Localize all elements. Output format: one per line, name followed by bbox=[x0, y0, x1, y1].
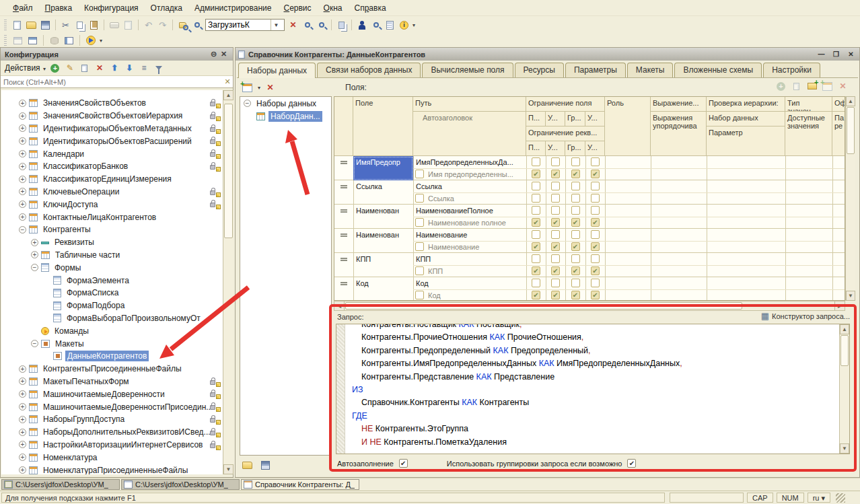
tree-item[interactable]: +ЗначенияСвойствОбъектов bbox=[1, 97, 223, 110]
field-name-cell[interactable]: ИмяПредопр bbox=[353, 156, 413, 180]
auto-title-cell[interactable]: Наименование полное bbox=[428, 219, 524, 227]
scroll-right-icon[interactable]: ▶ bbox=[834, 301, 845, 310]
attr-restriction-checkbox[interactable] bbox=[532, 266, 540, 275]
field-path-cell[interactable]: НаименованиеПолное bbox=[416, 207, 524, 215]
header-attr-restriction[interactable]: Ограничение рекв... bbox=[526, 127, 605, 141]
field-row[interactable]: КППКППКПП bbox=[334, 253, 845, 277]
save-to-file-icon[interactable] bbox=[259, 460, 272, 471]
cut-icon[interactable]: ✂ bbox=[59, 20, 72, 31]
header-field-restriction[interactable]: Ограничение поля bbox=[526, 97, 605, 112]
field-row[interactable]: СсылкаСсылкаСсылка bbox=[334, 180, 845, 205]
tree-item[interactable]: +МакетыПечатныхФорм bbox=[1, 375, 223, 388]
restriction-checkbox[interactable] bbox=[591, 206, 600, 215]
metadata-search-input[interactable] bbox=[1, 78, 222, 86]
tab-4[interactable]: Ресурсы bbox=[515, 63, 564, 77]
field-name-cell[interactable]: Наименован bbox=[353, 205, 413, 229]
undo-icon[interactable]: ↶ bbox=[142, 20, 155, 31]
add-table-icon[interactable] bbox=[822, 81, 833, 92]
attr-restriction-checkbox[interactable] bbox=[551, 266, 560, 275]
header-hierarchy-param[interactable]: Параметр bbox=[707, 127, 785, 156]
tree-item[interactable]: −Контрагенты bbox=[1, 223, 223, 236]
restriction-checkbox[interactable] bbox=[532, 279, 540, 287]
tree-item[interactable]: +НаборыДополнительныхРеквизитовИСвед... bbox=[1, 426, 223, 439]
auto-title-cell[interactable]: Ссылка bbox=[428, 194, 524, 203]
header-field[interactable]: Поле bbox=[353, 97, 413, 156]
expander-icon[interactable]: + bbox=[19, 365, 26, 373]
attr-restriction-checkbox[interactable] bbox=[571, 291, 580, 299]
auto-title-cell[interactable]: Имя предопределенны... bbox=[428, 170, 524, 178]
field-path-cell[interactable]: Ссылка bbox=[416, 182, 524, 190]
copy-icon[interactable] bbox=[73, 20, 86, 31]
expander-icon[interactable]: + bbox=[19, 176, 26, 183]
new-document-icon[interactable] bbox=[11, 20, 24, 31]
save-icon[interactable] bbox=[39, 20, 52, 31]
row-handle-icon[interactable] bbox=[341, 185, 347, 188]
auto-title-checkbox[interactable] bbox=[415, 266, 424, 275]
scroll-thumb[interactable] bbox=[840, 335, 849, 366]
field-path-cell[interactable]: КПП bbox=[416, 255, 524, 263]
field-row[interactable]: НаименованНаименованиеПолноеНаименование… bbox=[334, 205, 845, 229]
query-editor[interactable]: Контрагенты.Поставщик КАК Поставщик, Кон… bbox=[336, 324, 850, 454]
taskbar-tab[interactable]: Справочник Контрагенты: Д_ bbox=[241, 479, 359, 490]
delete-dataset-icon[interactable]: ✕ bbox=[264, 82, 277, 94]
header-auto-title[interactable]: Автозаголовок bbox=[413, 112, 526, 156]
header-hierarchy-dataset[interactable]: Набор данных bbox=[707, 112, 785, 127]
header-restr-col[interactable]: Гр... bbox=[565, 141, 585, 156]
scroll-down-icon[interactable]: ▼ bbox=[223, 464, 234, 474]
expander-icon[interactable]: + bbox=[19, 454, 26, 461]
tree-item[interactable]: +КонтактныеЛицаКонтрагентов bbox=[1, 211, 223, 223]
query-scrollbar[interactable]: ▲ ▼ bbox=[839, 324, 849, 454]
configuration-window-icon[interactable] bbox=[11, 35, 24, 46]
expander-icon[interactable]: + bbox=[19, 429, 26, 436]
tree-item[interactable]: +НоменклатураПрисоединенныеФайлы bbox=[1, 464, 223, 474]
menu-Администрирование[interactable]: Администрирование bbox=[188, 1, 277, 15]
info-icon[interactable]: i bbox=[398, 20, 410, 31]
tree-item[interactable]: +ФормаВыбораПоПроизвольномуОт bbox=[1, 312, 223, 325]
attr-restriction-checkbox[interactable] bbox=[532, 291, 540, 299]
expander-icon[interactable]: + bbox=[19, 403, 26, 410]
start-debugging-icon[interactable] bbox=[84, 35, 97, 46]
restriction-checkbox[interactable] bbox=[571, 157, 580, 166]
restriction-checkbox[interactable] bbox=[571, 206, 580, 215]
query-constructor-link[interactable]: ▦ Конструктор запроса... bbox=[761, 312, 850, 320]
move-up-icon[interactable]: ⬆ bbox=[109, 63, 120, 73]
row-handle-icon[interactable] bbox=[341, 233, 347, 237]
language-indicator[interactable]: ru ▾ bbox=[808, 493, 830, 503]
add-dataset-menu-icon[interactable]: ▾ bbox=[258, 85, 260, 91]
restore-icon[interactable]: ❐ bbox=[830, 49, 842, 59]
attr-restriction-checkbox[interactable] bbox=[571, 266, 580, 275]
find-previous-icon[interactable] bbox=[315, 20, 328, 31]
dataset-item[interactable]: НаборДанн... bbox=[240, 110, 331, 122]
taskbar-tab[interactable]: C:\Users\jdfox\Desktop\УМ_ bbox=[1, 479, 120, 490]
header-expression[interactable]: Выражение... bbox=[651, 97, 707, 112]
tree-item[interactable]: −Макеты bbox=[1, 337, 223, 350]
attr-restriction-checkbox[interactable] bbox=[591, 170, 600, 178]
new-window-icon[interactable] bbox=[335, 20, 348, 31]
expander-icon[interactable]: + bbox=[19, 100, 26, 107]
header-restr-col[interactable]: П... bbox=[526, 141, 546, 156]
field-path-cell[interactable]: Код bbox=[416, 279, 524, 287]
expander-icon[interactable]: − bbox=[31, 264, 38, 271]
expander-icon[interactable]: + bbox=[19, 213, 26, 221]
tree-item[interactable]: +ИдентификаторыОбъектовРасширений bbox=[1, 135, 223, 147]
database-icon[interactable] bbox=[48, 35, 61, 46]
search-combobox[interactable]: ▼ bbox=[205, 19, 285, 31]
syntax-assistant-icon[interactable] bbox=[355, 20, 368, 31]
scroll-up-icon[interactable]: ▲ bbox=[223, 90, 234, 100]
toolbar-grip[interactable] bbox=[4, 35, 7, 46]
tree-item[interactable]: +Табличные части bbox=[1, 249, 223, 262]
grouping-checkbox[interactable] bbox=[627, 459, 636, 468]
tree-item[interactable]: +ФормаЭлемента bbox=[1, 274, 223, 287]
menu-Конфигурация[interactable]: Конфигурация bbox=[78, 1, 145, 15]
restriction-checkbox[interactable] bbox=[571, 230, 580, 239]
field-name-cell[interactable]: Ссылка bbox=[353, 180, 413, 205]
edit-icon[interactable]: ✎ bbox=[65, 63, 75, 73]
add-copy-icon[interactable] bbox=[79, 63, 90, 73]
header-restr-col[interactable]: У... bbox=[546, 112, 565, 127]
field-row[interactable]: НаименованНаименованиеНаименование bbox=[334, 229, 845, 253]
expander-icon[interactable]: + bbox=[19, 416, 26, 423]
paste-icon[interactable] bbox=[87, 20, 100, 31]
expander-icon[interactable]: + bbox=[19, 466, 26, 474]
restriction-checkbox[interactable] bbox=[551, 206, 560, 215]
restriction-checkbox[interactable] bbox=[532, 230, 540, 239]
